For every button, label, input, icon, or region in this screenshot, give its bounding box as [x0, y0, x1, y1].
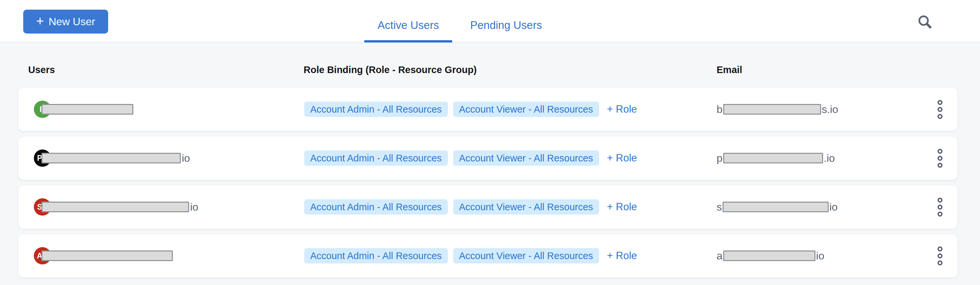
menu-dot-icon	[937, 156, 942, 161]
column-header-role-binding: Role Binding (Role - Resource Group)	[304, 64, 717, 75]
role-binding-cell: Account Admin - All Resources Account Vi…	[304, 199, 717, 215]
menu-dot-icon	[937, 205, 942, 210]
email-cell: a io	[717, 250, 922, 262]
search-icon[interactable]	[916, 13, 934, 30]
row-menu-button[interactable]	[922, 198, 958, 216]
row-menu-button[interactable]	[922, 100, 958, 119]
role-binding-cell: Account Admin - All Resources Account Vi…	[304, 102, 717, 117]
role-badge[interactable]: Account Viewer - All Resources	[453, 248, 599, 263]
user-cell: PP io	[34, 149, 304, 167]
menu-dot-icon	[937, 247, 942, 251]
role-badge[interactable]: Account Viewer - All Resources	[453, 151, 599, 166]
menu-dot-icon	[937, 163, 942, 168]
menu-dot-icon	[937, 114, 942, 119]
email-cell: b s.io	[717, 103, 922, 115]
table-row: AS Account Admin - All Resources Account…	[18, 234, 958, 277]
role-badge[interactable]: Account Admin - All Resources	[304, 199, 448, 215]
row-menu-button[interactable]	[922, 149, 958, 168]
email-suffix: io	[816, 250, 824, 262]
menu-dot-icon	[937, 260, 942, 266]
email-suffix: io	[829, 201, 838, 213]
row-menu-button[interactable]	[922, 247, 958, 266]
column-header-email: Email	[717, 64, 980, 75]
user-cell: AS	[34, 247, 304, 264]
menu-dot-icon	[937, 253, 942, 258]
role-binding-cell: Account Admin - All Resources Account Vi…	[304, 151, 717, 166]
redacted-email	[722, 202, 829, 212]
plus-icon: +	[36, 14, 44, 27]
name-suffix: io	[190, 201, 198, 213]
tab-pending-users[interactable]: Pending Users	[457, 0, 555, 43]
table-row: SP io Account Admin - All Resources Acco…	[18, 185, 958, 229]
menu-dot-icon	[937, 198, 942, 203]
table-header-row: Users Role Binding (Role - Resource Grou…	[0, 60, 980, 80]
redacted-name	[41, 250, 173, 261]
email-cell: p .io	[717, 152, 922, 165]
users-table: Users Role Binding (Role - Resource Grou…	[0, 43, 980, 285]
add-role-button[interactable]: + Role	[607, 152, 637, 164]
email-prefix: b	[717, 103, 722, 115]
role-badge[interactable]: Account Admin - All Resources	[304, 102, 448, 117]
table-row: PP io Account Admin - All Resources Acco…	[18, 136, 958, 180]
redacted-name	[41, 153, 181, 163]
role-badge[interactable]: Account Admin - All Resources	[304, 248, 448, 263]
new-user-label: New User	[48, 16, 95, 28]
role-binding-cell: Account Admin - All Resources Account Vi…	[304, 248, 717, 263]
user-cell: SP io	[34, 198, 304, 216]
email-prefix: s	[717, 201, 722, 213]
add-role-button[interactable]: + Role	[607, 250, 637, 262]
table-body: B Account Admin - All Resources Account …	[18, 88, 958, 283]
user-cell: B	[34, 101, 304, 118]
email-prefix: p	[717, 152, 722, 165]
email-prefix: a	[717, 250, 722, 262]
menu-dot-icon	[937, 100, 942, 105]
redacted-email	[723, 250, 815, 261]
redacted-name	[41, 202, 189, 212]
email-suffix: s.io	[822, 103, 838, 115]
tab-active-users[interactable]: Active Users	[364, 0, 452, 43]
menu-dot-icon	[937, 107, 942, 112]
column-header-users: Users	[28, 64, 304, 75]
new-user-button[interactable]: + New User	[23, 10, 108, 34]
name-suffix: io	[182, 152, 190, 165]
tabs: Active Users Pending Users	[364, 0, 555, 43]
email-cell: s io	[717, 201, 922, 213]
top-bar: + New User Active Users Pending Users	[0, 0, 980, 43]
add-role-button[interactable]: + Role	[607, 103, 637, 115]
role-badge[interactable]: Account Viewer - All Resources	[453, 199, 599, 215]
redacted-email	[723, 104, 821, 115]
email-suffix: .io	[824, 152, 835, 165]
menu-dot-icon	[937, 211, 942, 216]
role-badge[interactable]: Account Admin - All Resources	[304, 151, 448, 166]
table-row: B Account Admin - All Resources Account …	[18, 88, 958, 131]
add-role-button[interactable]: + Role	[607, 201, 637, 213]
redacted-email	[723, 153, 823, 163]
redacted-name	[41, 104, 134, 115]
role-badge[interactable]: Account Viewer - All Resources	[453, 102, 599, 117]
menu-dot-icon	[937, 149, 942, 154]
